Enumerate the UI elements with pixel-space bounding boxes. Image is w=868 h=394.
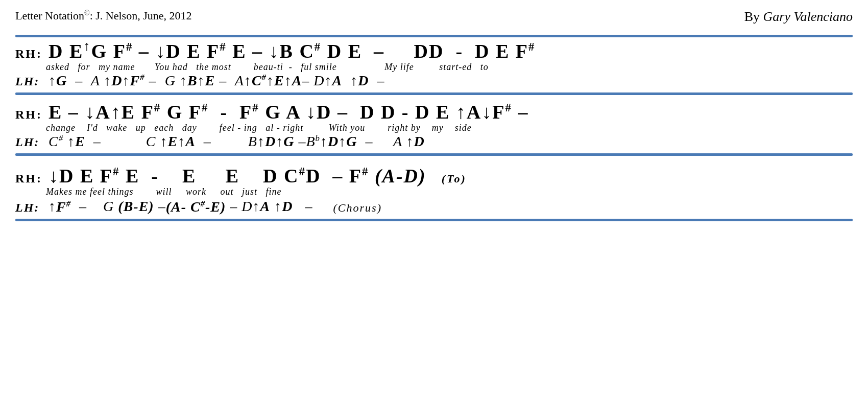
section-3-to-label: (To) (442, 172, 467, 186)
header-left: Letter Notation©: J. Nelson, June, 2012 (15, 9, 191, 22)
section-3-rh-notes: ↓D E F# E - E E D C#D – F# (A-D) (49, 166, 426, 186)
section-1-rh-label: RH: (15, 47, 49, 61)
section-1-lyrics: asked for my name You had the most beau-… (15, 62, 853, 73)
section-2-lh-row: LH: C# ↑E – C ↑E↑A – B↑D↑G –Bb↑D↑G – A ↑… (15, 134, 853, 149)
page-header: Letter Notation©: J. Nelson, June, 2012 … (15, 9, 853, 25)
section-2-rh-row: RH: E – ↓A↑E F# G F# - F# G A ↓D – D D -… (15, 102, 853, 122)
divider-line-bottom-2 (15, 153, 853, 156)
section-1-rh-notes: D E↑G F# – ↓D E F# E – ↓B C# D E – DD - … (49, 39, 535, 61)
section-2-rh-label: RH: (15, 108, 49, 122)
section-3-lh-label: LH: (15, 201, 49, 215)
section-3-lh-notes: ↑F# – G (B-E) –(A- C#-E) – D↑A ↑D – (49, 199, 313, 214)
section-1-block: RH: D E↑G F# – ↓D E F# E – ↓B C# D E – D… (15, 39, 853, 88)
section-2-lh-notes: C# ↑E – C ↑E↑A – B↑D↑G –Bb↑D↑G – A ↑D (49, 134, 425, 149)
section-3-rh-label: RH: (15, 172, 49, 186)
author-name: Gary Valenciano (763, 9, 853, 24)
section-3-lh-row: LH: ↑F# – G (B-E) –(A- C#-E) – D↑A ↑D – … (15, 199, 853, 214)
notation-label: Letter Notation (15, 9, 84, 22)
section-2-rh-notes: E – ↓A↑E F# G F# - F# G A ↓D – D D - D E… (49, 102, 528, 122)
section-1-rh-row: RH: D E↑G F# – ↓D E F# E – ↓B C# D E – D… (15, 39, 853, 61)
section-2-lyrics: change I'd wake up each day feel - ing a… (15, 123, 853, 133)
section-1-lh-notes: ↑G – A ↑D↑F# – G ↑B↑E – A↑C#↑E↑A– D↑A ↑D… (49, 74, 384, 88)
divider-line-bottom-3 (15, 219, 853, 221)
section-1-lh-row: LH: ↑G – A ↑D↑F# – G ↑B↑E – A↑C#↑E↑A– D↑… (15, 74, 853, 88)
header-right: By Gary Valenciano (744, 9, 853, 25)
divider-line-bottom-1 (15, 92, 853, 95)
section-3-lyrics: Makes me feel things will work out just … (15, 187, 853, 197)
section-3-block: RH: ↓D E F# E - E E D C#D – F# (A-D) (To… (15, 166, 853, 214)
section-2-lh-label: LH: (15, 135, 49, 149)
divider-line-top-1 (15, 35, 853, 37)
author-info: : J. Nelson, June, 2012 (90, 9, 192, 22)
section-2-block: RH: E – ↓A↑E F# G F# - F# G A ↓D – D D -… (15, 102, 853, 149)
section-2: RH: E – ↓A↑E F# G F# - F# G A ↓D – D D -… (15, 99, 853, 160)
by-prefix: By (744, 9, 763, 24)
section-1-lh-label: LH: (15, 75, 49, 88)
section-3-chorus-label: (Chorus) (333, 201, 382, 215)
section-3-rh-row: RH: ↓D E F# E - E E D C#D – F# (A-D) (To… (15, 166, 853, 186)
section-3: RH: ↓D E F# E - E E D C#D – F# (A-D) (To… (15, 160, 853, 225)
section-1: RH: D E↑G F# – ↓D E F# E – ↓B C# D E – D… (15, 30, 853, 99)
copyright-symbol: © (84, 9, 90, 17)
